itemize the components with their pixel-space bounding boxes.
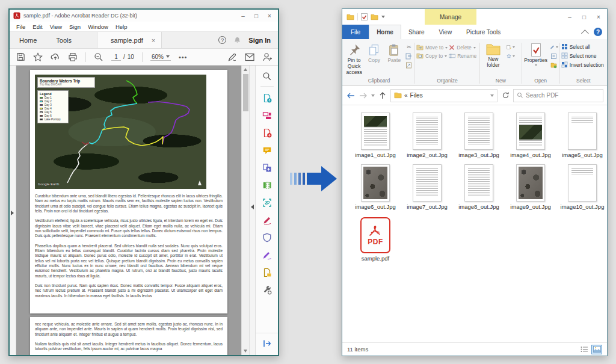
certificates-pen-icon[interactable] — [260, 249, 274, 261]
pin-to-quick-access-button[interactable]: Pin to Quick access — [345, 42, 363, 75]
breadcrumb[interactable]: « Files — [390, 89, 497, 102]
account-icon[interactable] — [262, 52, 272, 62]
open-tools-pane-icon[interactable] — [260, 338, 274, 350]
search-box[interactable] — [513, 89, 603, 102]
copy-to-button[interactable]: Copy to — [416, 53, 448, 59]
open-with-icon[interactable] — [550, 61, 558, 69]
bell-icon[interactable] — [233, 36, 241, 45]
cut-icon[interactable]: ✂ — [405, 43, 413, 51]
page-number-input[interactable]: 1 — [111, 54, 121, 61]
sign-pen-icon[interactable] — [227, 52, 237, 62]
help-icon[interactable]: ? — [218, 36, 226, 44]
tools-pane-strip[interactable] — [249, 66, 255, 355]
comment-icon[interactable] — [260, 144, 274, 156]
save-icon[interactable] — [16, 52, 25, 62]
menu-file[interactable]: File — [13, 23, 28, 31]
create-pdf-icon[interactable] — [260, 127, 274, 139]
menu-sign[interactable]: Sign — [66, 23, 84, 31]
vertical-scrollbar[interactable] — [241, 66, 249, 355]
file-item[interactable]: image4_out.Jpg — [505, 111, 556, 163]
more-tools-ellipsis[interactable]: ••• — [179, 54, 188, 61]
qat-properties-icon[interactable] — [361, 13, 368, 20]
organize-pages-icon[interactable] — [260, 179, 274, 191]
star-icon[interactable] — [33, 52, 43, 62]
edit-icon[interactable] — [550, 43, 558, 51]
tab-tools[interactable]: Tools — [46, 32, 81, 48]
share-cloud-icon[interactable] — [51, 52, 60, 62]
qat-customize-icon[interactable] — [381, 16, 385, 18]
collapse-tools-pane-icon[interactable] — [251, 205, 254, 209]
search-input[interactable] — [526, 92, 600, 99]
forward-icon[interactable] — [359, 91, 368, 100]
new-item-icon[interactable] — [507, 43, 515, 51]
delete-button[interactable]: Delete — [449, 45, 476, 51]
edit-pdf-icon[interactable] — [260, 110, 274, 122]
scan-ocr-icon[interactable] — [260, 197, 274, 209]
up-icon[interactable] — [378, 91, 387, 100]
file-list[interactable]: image1_out.Jpg image2_out.Jpg image3_out… — [342, 105, 607, 342]
zoom-tool-icon[interactable] — [94, 52, 103, 62]
minimize-button[interactable]: – — [237, 11, 249, 20]
file-item[interactable]: image6_out.Jpg — [350, 163, 401, 215]
scroll-down-icon[interactable] — [244, 350, 247, 353]
rename-button[interactable]: Rename — [449, 53, 476, 59]
menu-edit[interactable]: Edit — [29, 23, 45, 31]
scroll-up-icon[interactable] — [244, 68, 247, 71]
file-item[interactable]: image5_out.Jpg — [556, 111, 608, 163]
email-icon[interactable] — [245, 52, 254, 62]
close-button[interactable]: × — [593, 12, 605, 22]
maximize-button[interactable]: □ — [250, 11, 262, 20]
address-dropdown-icon[interactable] — [490, 94, 494, 97]
acrobat-titlebar[interactable]: sample.pdf - Adobe Acrobat Reader DC (32… — [10, 10, 278, 22]
menu-help[interactable]: Help — [112, 23, 131, 31]
history-icon[interactable] — [550, 52, 558, 60]
protect-shield-icon[interactable] — [260, 232, 274, 244]
explorer-folder-icon[interactable] — [346, 14, 354, 20]
collapse-ribbon-icon[interactable] — [581, 29, 589, 37]
pdf-document-area[interactable]: Boundary Waters Trip Trip Map BWCAW Lege… — [16, 66, 241, 355]
breadcrumb-folder[interactable]: Files — [410, 92, 423, 99]
file-item[interactable]: image9_out.Jpg — [505, 163, 556, 215]
thumbnail-view-icon[interactable] — [591, 345, 602, 354]
sign-in-button[interactable]: Sign In — [248, 37, 271, 44]
tab-picture-tools[interactable]: Picture Tools — [459, 25, 508, 39]
document-tab-close-icon[interactable]: × — [152, 37, 155, 44]
back-icon[interactable] — [346, 91, 356, 100]
details-view-icon[interactable] — [579, 345, 590, 354]
explorer-help-icon[interactable]: ? — [594, 28, 602, 36]
new-folder-button[interactable]: New folder — [481, 42, 505, 69]
explorer-titlebar[interactable]: Manage – □ × — [342, 9, 607, 25]
select-none-button[interactable]: Select none — [561, 52, 604, 59]
tab-document[interactable]: sample.pdf × — [97, 32, 162, 48]
recent-locations-icon[interactable] — [371, 94, 375, 97]
file-item[interactable]: image2_out.Jpg — [401, 111, 453, 163]
tab-file[interactable]: File — [342, 25, 369, 39]
minimize-button[interactable]: – — [564, 12, 576, 22]
paste-button[interactable]: Paste — [385, 42, 404, 64]
menu-window[interactable]: Window — [85, 23, 111, 31]
stamp-icon[interactable] — [260, 267, 274, 279]
properties-button[interactable]: Properties — [523, 42, 549, 66]
tab-home[interactable]: Home — [369, 25, 401, 39]
copy-path-icon[interactable] — [405, 52, 413, 60]
file-item[interactable]: image1_out.Jpg — [350, 111, 401, 163]
menu-view[interactable]: View — [47, 23, 65, 31]
export-pdf-icon[interactable] — [260, 92, 274, 104]
combine-files-icon[interactable] — [260, 162, 274, 174]
refresh-icon[interactable] — [500, 91, 510, 100]
copy-button[interactable]: Copy — [365, 42, 383, 64]
breadcrumb-chevrons[interactable]: « — [404, 92, 408, 99]
file-item[interactable]: image10_out.Jpg — [556, 163, 608, 215]
file-item[interactable]: image3_out.Jpg — [453, 111, 505, 163]
paste-shortcut-icon[interactable] — [405, 61, 413, 69]
print-icon[interactable] — [68, 52, 78, 62]
maximize-button[interactable]: □ — [578, 12, 590, 22]
scrollbar-thumb[interactable] — [243, 74, 248, 111]
qat-new-folder-icon[interactable] — [371, 14, 378, 20]
tab-home[interactable]: Home — [10, 32, 46, 48]
tab-view[interactable]: View — [432, 25, 460, 39]
move-to-button[interactable]: Move to — [416, 45, 448, 51]
invert-selection-button[interactable]: Invert selection — [561, 61, 604, 68]
tab-share[interactable]: Share — [401, 25, 432, 39]
file-item[interactable]: image7_out.Jpg — [401, 163, 453, 215]
